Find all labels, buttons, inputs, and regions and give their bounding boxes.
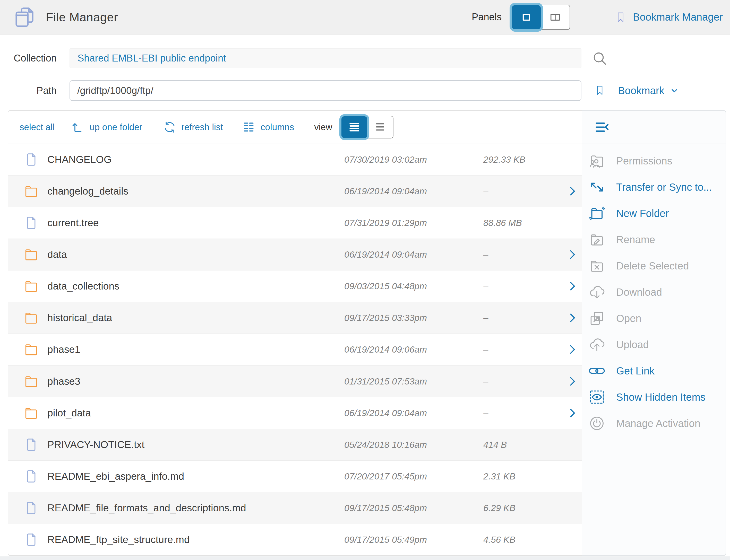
refresh-list-label: refresh list <box>181 122 223 132</box>
file-name: README_file_formats_and_descriptions.md <box>47 502 246 514</box>
file-size: 292.33 KB <box>483 154 525 165</box>
sidebar-action-label: Permissions <box>616 155 672 167</box>
sidebar-action-item[interactable]: New Folder <box>582 200 726 226</box>
file-list-panel: select all up one folder refresh list co… <box>8 110 582 556</box>
path-input[interactable] <box>69 80 581 101</box>
open-folder-chevron-icon[interactable] <box>567 375 578 387</box>
file-row[interactable]: README_ebi_aspera_info.md 07/20/2017 05:… <box>8 460 582 492</box>
open-folder-chevron-icon[interactable] <box>567 344 578 355</box>
modified-date: 05/24/2018 10:16am <box>344 440 427 450</box>
file-row[interactable]: historical_data 09/17/2015 03:33pm – <box>8 302 582 334</box>
file-row[interactable]: CHANGELOG 07/30/2019 03:02am 292.33 KB <box>8 144 582 175</box>
file-row[interactable]: data_collections 09/03/2015 04:48pm – <box>8 270 582 302</box>
show-hidden-icon <box>588 389 605 406</box>
sidebar-action-item: Rename <box>582 226 726 253</box>
file-icon <box>24 532 39 547</box>
file-row[interactable]: current.tree 07/31/2019 01:29pm 88.86 MB <box>8 207 582 239</box>
open-folder-chevron-icon[interactable] <box>567 249 578 260</box>
transfer-icon <box>588 179 605 196</box>
folder-icon <box>24 247 39 262</box>
columns-button[interactable]: columns <box>242 120 294 134</box>
footer-strip <box>0 556 730 560</box>
sidebar-action-item: Upload <box>582 331 726 358</box>
single-panel-button[interactable] <box>512 5 541 29</box>
up-arrow-icon <box>71 120 84 134</box>
file-list: CHANGELOG 07/30/2019 03:02am 292.33 KB c… <box>8 144 582 555</box>
bookmark-manager-link[interactable]: Bookmark Manager <box>615 0 723 34</box>
search-icon[interactable] <box>592 50 608 66</box>
collection-label: Collection <box>0 48 57 68</box>
chevron-down-icon <box>670 86 679 95</box>
file-name: phase1 <box>47 344 80 355</box>
get-link-icon <box>588 362 605 379</box>
sidebar-action-label: Download <box>616 286 662 298</box>
file-name: CHANGELOG <box>47 154 111 165</box>
file-row[interactable]: phase3 01/31/2015 07:53am – <box>8 365 582 397</box>
sidebar-action-label: New Folder <box>616 208 669 219</box>
collection-input[interactable]: Shared EMBL-EBI public endpoint <box>69 48 581 68</box>
columns-icon <box>242 120 255 134</box>
modified-date: 07/30/2019 03:02am <box>344 154 427 165</box>
sidebar-action-label: Get Link <box>616 365 655 377</box>
file-size: – <box>483 376 488 387</box>
new-folder-icon <box>588 205 605 222</box>
file-size: 414 B <box>483 440 507 450</box>
toolbar: select all up one folder refresh list co… <box>8 111 582 144</box>
open-folder-chevron-icon[interactable] <box>567 407 578 419</box>
select-all-button[interactable]: select all <box>20 122 55 132</box>
file-row[interactable]: phase1 06/19/2014 09:06am – <box>8 334 582 365</box>
split-panel-button[interactable] <box>541 5 570 29</box>
bookmark-dropdown[interactable]: Bookmark <box>618 80 679 101</box>
single-panel-icon <box>519 10 534 24</box>
compact-view-icon <box>374 121 386 133</box>
sidebar-action-item[interactable]: Show Hidden Items <box>582 384 726 410</box>
path-label: Path <box>0 80 57 101</box>
file-row[interactable]: README_file_formats_and_descriptions.md … <box>8 492 582 524</box>
refresh-list-button[interactable]: refresh list <box>163 120 223 134</box>
open-icon <box>588 310 605 327</box>
file-row[interactable]: PRIVACY-NOTICE.txt 05/24/2018 10:16am 41… <box>8 429 582 460</box>
up-one-folder-button[interactable]: up one folder <box>71 120 142 134</box>
sidebar-action-item: Manage Activation <box>582 410 726 436</box>
collapse-sidebar-button[interactable] <box>594 119 610 135</box>
panels-group: Panels <box>472 0 570 34</box>
sidebar-action-item[interactable]: Transfer or Sync to... <box>582 174 726 200</box>
modified-date: 06/19/2014 09:04am <box>344 186 427 196</box>
open-folder-chevron-icon[interactable] <box>567 312 578 324</box>
file-name: changelog_details <box>47 186 128 197</box>
modified-date: 09/03/2015 04:48pm <box>344 281 427 291</box>
refresh-icon <box>163 120 176 134</box>
file-size: – <box>483 313 488 323</box>
file-row[interactable]: README_ftp_site_structure.md 09/17/2015 … <box>8 524 582 555</box>
compact-view-button[interactable] <box>367 116 393 138</box>
file-row[interactable]: data 06/19/2014 09:04am – <box>8 239 582 270</box>
modified-date: 06/19/2014 09:04am <box>344 249 427 260</box>
sidebar-action-label: Transfer or Sync to... <box>616 181 712 193</box>
folder-icon <box>24 406 39 421</box>
sidebar-action-item[interactable]: Get Link <box>582 358 726 384</box>
open-folder-chevron-icon[interactable] <box>567 185 578 197</box>
folder-icon <box>24 374 39 389</box>
list-view-button[interactable] <box>341 116 367 138</box>
file-name: PRIVACY-NOTICE.txt <box>47 439 144 450</box>
file-row[interactable]: pilot_data 06/19/2014 09:04am – <box>8 397 582 429</box>
file-size: – <box>483 281 488 291</box>
view-toggle <box>341 116 394 138</box>
folder-icon <box>24 310 39 325</box>
file-row[interactable]: changelog_details 06/19/2014 09:04am – <box>8 175 582 207</box>
sidebar-top <box>582 111 726 144</box>
sidebar-action-item: Open <box>582 305 726 331</box>
folder-icon <box>24 279 39 294</box>
modified-date: 09/17/2015 03:33pm <box>344 313 427 323</box>
file-name: data_collections <box>47 281 119 292</box>
actions-sidebar: Permissions Transfer or Sync to... New F… <box>582 110 726 556</box>
file-size: 6.29 KB <box>483 503 516 513</box>
open-folder-chevron-icon[interactable] <box>567 280 578 292</box>
manage-activation-icon <box>588 415 605 432</box>
page-title: File Manager <box>46 10 118 24</box>
bookmark-ribbon-icon[interactable] <box>594 82 605 99</box>
modified-date: 09/17/2015 05:48pm <box>344 503 427 513</box>
file-name: phase3 <box>47 376 80 387</box>
sidebar-action-label: Show Hidden Items <box>616 391 706 403</box>
file-name: README_ftp_site_structure.md <box>47 534 190 545</box>
